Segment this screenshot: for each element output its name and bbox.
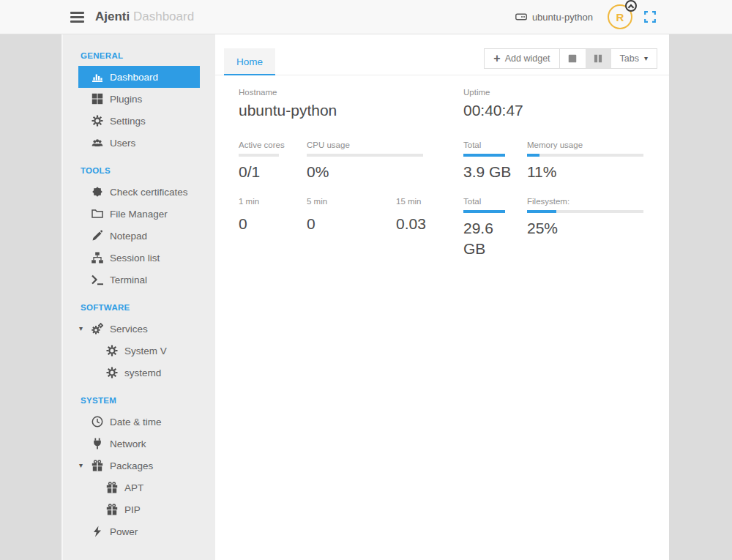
left-gutter — [0, 34, 61, 560]
progress-bar — [307, 154, 423, 157]
metric-label: Filesystem: — [527, 197, 643, 206]
sidebar-section-general: GENERAL — [81, 51, 215, 60]
page-title: Dashboard — [133, 10, 194, 23]
sidebar-item-label: Services — [110, 324, 148, 335]
bolt-icon — [92, 526, 103, 537]
load-15min-metric: 15 min 0.03 — [396, 197, 426, 259]
hostname-widget-label: Hostname — [239, 88, 337, 97]
layout-one-column-button[interactable] — [560, 49, 586, 68]
cpu-widget: Active cores 0/1 CPU usage 0% — [239, 141, 463, 182]
sidebar-item-label: Plugins — [110, 94, 142, 105]
avatar[interactable]: R — [608, 4, 632, 29]
sidebar-item-label: System V — [124, 346, 167, 356]
progress-bar — [463, 210, 505, 213]
gear-icon — [106, 367, 118, 378]
metric-label: CPU usage — [307, 141, 423, 149]
sidebar-item-label: Session list — [110, 253, 160, 264]
sidebar-item-label: File Manager — [110, 209, 168, 220]
memory-total-metric: Total 3.9 GB — [463, 141, 527, 182]
drive-icon — [515, 11, 527, 23]
chevron-down-icon[interactable]: ▾ — [79, 325, 83, 332]
uptime-widget-value: 00:40:47 — [463, 100, 523, 121]
sidebar-item-terminal[interactable]: Terminal — [78, 269, 200, 291]
package-icon — [106, 504, 118, 515]
metric-value: 0/1 — [239, 162, 307, 182]
sidebar-item-power[interactable]: Power — [78, 520, 200, 542]
sidebar-item-packages[interactable]: ▾ Packages — [78, 455, 200, 477]
sidebar-item-label: systemd — [124, 367, 161, 378]
hostname-widget: Hostname ubuntu-python — [239, 88, 337, 121]
sidebar-item-system-v[interactable]: System V — [78, 340, 200, 362]
layout-two-columns-button[interactable] — [586, 49, 611, 68]
gear-icon — [92, 115, 103, 127]
sidebar-item-users[interactable]: Users — [78, 132, 200, 154]
metric-label: Total — [463, 141, 527, 149]
sidebar-section-tools: TOOLS — [81, 166, 215, 175]
gears-icon — [92, 323, 103, 335]
metric-label: Active cores — [239, 141, 307, 149]
clock-icon — [92, 416, 103, 428]
plus-icon: + — [493, 53, 500, 64]
add-widget-button[interactable]: + Add widget — [485, 49, 559, 68]
sidebar-item-settings[interactable]: Settings — [78, 110, 200, 132]
metric-value: 11% — [527, 162, 643, 182]
metric-value: 0.03 — [396, 214, 426, 234]
sidebar-item-network[interactable]: Network — [78, 433, 200, 455]
add-widget-label: Add widget — [505, 53, 550, 64]
hostname-label: ubuntu-python — [532, 12, 593, 23]
chevron-down-icon[interactable]: ▾ — [79, 462, 83, 469]
plug-icon — [92, 438, 103, 449]
fullscreen-icon[interactable] — [644, 11, 656, 23]
metric-value: 3.9 GB — [463, 162, 512, 182]
sidebar-item-session-list[interactable]: Session list — [78, 247, 200, 269]
uptime-widget-label: Uptime — [463, 88, 523, 97]
cpu-cores-metric: Active cores 0/1 — [239, 141, 307, 182]
metric-label: 5 min — [307, 197, 396, 206]
widget-grid: Hostname ubuntu-python Uptime 00:40:47 A… — [215, 75, 669, 259]
sidebar-item-dashboard[interactable]: Dashboard — [78, 66, 200, 88]
app-title: Ajenti Dashboard — [95, 10, 194, 24]
tab-home[interactable]: Home — [224, 48, 275, 75]
sidebar-item-check-certificates[interactable]: Check certificates — [78, 181, 200, 203]
dashboard-toolbar: Home + Add widget Tabs ▾ — [215, 48, 669, 75]
sidebar-item-date-time[interactable]: Date & time — [78, 411, 200, 433]
users-icon — [92, 137, 103, 149]
package-icon — [92, 460, 103, 471]
sidebar-section-system: SYSTEM — [81, 396, 215, 405]
sidebar-item-notepad[interactable]: Notepad — [78, 225, 200, 247]
chart-bars-icon — [92, 71, 103, 83]
load-5min-metric: 5 min 0 — [307, 197, 396, 259]
sidebar-item-label: Check certificates — [110, 187, 188, 198]
progress-bar — [239, 154, 279, 157]
main-content: Home + Add widget Tabs ▾ — [215, 34, 669, 560]
metric-value: 0 — [239, 214, 307, 234]
top-bar: Ajenti Dashboard ubuntu-python R — [0, 0, 732, 34]
tabs-dropdown-button[interactable]: Tabs ▾ — [611, 49, 657, 68]
sidebar-item-file-manager[interactable]: File Manager — [78, 203, 200, 225]
sidebar-item-label: PIP — [124, 504, 141, 515]
sidebar-item-services[interactable]: ▾ Services — [78, 318, 200, 340]
metric-label: 1 min — [239, 197, 307, 206]
columns-icon — [593, 53, 603, 64]
memory-widget: Total 3.9 GB Memory usage 11% — [463, 141, 668, 182]
sidebar-item-label: Power — [110, 526, 138, 537]
sidebar-item-pip[interactable]: PIP — [78, 499, 200, 520]
disk-total-metric: Total 29.6 GB — [463, 197, 527, 259]
sidebar-item-apt[interactable]: APT — [78, 477, 200, 499]
sidebar-item-label: Dashboard — [110, 72, 158, 83]
load-average-widget: 1 min 0 5 min 0 15 min 0.03 — [239, 197, 463, 259]
load-1min-metric: 1 min 0 — [239, 197, 307, 259]
cpu-usage-metric: CPU usage 0% — [307, 141, 423, 182]
host-selector[interactable]: ubuntu-python — [515, 11, 593, 23]
certificate-icon — [92, 186, 103, 198]
hamburger-icon[interactable] — [70, 10, 84, 25]
avatar-letter: R — [616, 11, 624, 23]
sidebar: GENERAL Dashboard Plugins Settings Users… — [61, 34, 215, 560]
hostname-widget-value: ubuntu-python — [239, 100, 337, 121]
metric-value: 29.6 GB — [463, 218, 512, 259]
grid-icon — [92, 93, 103, 105]
sidebar-item-plugins[interactable]: Plugins — [78, 88, 200, 110]
sidebar-item-systemd[interactable]: systemd — [78, 362, 200, 384]
pencil-icon — [92, 230, 103, 242]
metric-value: 0 — [307, 214, 396, 234]
